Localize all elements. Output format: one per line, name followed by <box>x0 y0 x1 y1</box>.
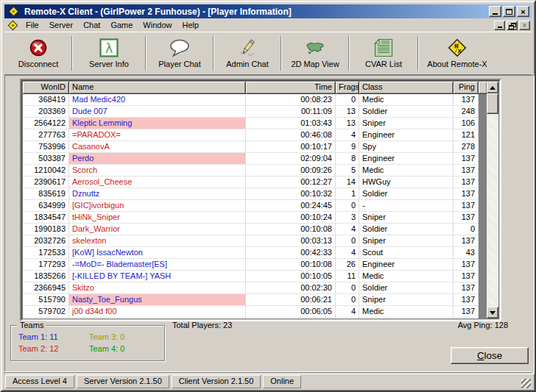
player-row[interactable]: 203369Dude 00700:11:0913Soldier248 <box>23 106 479 118</box>
cell-class: Engineer <box>359 153 454 165</box>
cell-ping: 137 <box>454 235 479 247</box>
disconnect-icon <box>28 38 49 57</box>
team-count-label-1: Team 1: 11 <box>18 332 89 341</box>
cell-wonid: 503387 <box>23 153 69 165</box>
cell-ping: 137 <box>454 259 479 271</box>
scrollbar-thumb[interactable] <box>487 93 498 114</box>
player-list-body: 368419Mad Medic42000:08:230Medic13720336… <box>23 94 487 318</box>
player-row[interactable]: 2366945Skitzo00:02:300Soldier137 <box>23 282 479 294</box>
cell-class: Soldier <box>359 282 454 294</box>
menu-item-server[interactable]: Server <box>44 19 78 32</box>
player-list: WonIDNameTimeFragsClassPing 368419Mad Me… <box>20 79 501 321</box>
cell-name: [GIC]ivorbigun <box>69 200 246 212</box>
cell-class: Soldier <box>359 224 454 235</box>
column-header-wonid[interactable]: WonID <box>23 82 69 94</box>
toolbar-button-cvar-list[interactable]: CVAR List <box>350 35 417 72</box>
mdi-restore-button[interactable] <box>507 21 518 30</box>
player-row[interactable]: 753996CasanovA00:10:179Spy278 <box>23 141 479 153</box>
player-row[interactable]: 177293-=MoD=- Blademaster[ES]00:10:0826E… <box>23 259 479 271</box>
cell-ping: 137 <box>454 271 479 282</box>
toolbar-separator <box>71 36 73 71</box>
cell-class: Sniper <box>359 235 454 247</box>
column-header-class[interactable]: Class <box>359 82 454 94</box>
player-row[interactable]: 1990183Dark_Warrior00:10:084Soldier0 <box>23 224 479 235</box>
menu-item-game[interactable]: Game <box>105 19 138 32</box>
cell-time: 00:03:13 <box>246 235 336 247</box>
cell-name: Scorch <box>69 165 246 177</box>
player-row[interactable]: 503387Perdo02:09:048Engineer137 <box>23 153 479 165</box>
toolbar-button-about-remote-x[interactable]: RXAbout Remote-X <box>420 35 495 72</box>
close-window-button[interactable]: × <box>517 6 529 17</box>
arrow-up-icon <box>490 86 496 90</box>
lambda-icon: λ <box>99 38 119 57</box>
menu-item-help[interactable]: Help <box>177 19 204 32</box>
toolbar-button-label: CVAR List <box>365 60 402 68</box>
column-header-frags[interactable]: Frags <box>336 82 359 94</box>
player-row[interactable]: 579702j00 d34d f0000:06:054Medic137 <box>23 306 479 318</box>
minimize-icon <box>493 13 498 15</box>
menu-item-file[interactable]: File <box>21 19 44 32</box>
player-row[interactable]: 1834547tHiNk_Sniper00:10:243Sniper137 <box>23 212 479 224</box>
cell-name: Nasty_Toe_Fungus <box>69 294 246 306</box>
player-row[interactable]: 277763=PARADOX=00:46:084Engineer121 <box>23 129 479 141</box>
toolbar-separator <box>417 36 419 71</box>
mdi-system-menu-icon[interactable] <box>7 20 18 31</box>
cell-class: Spy <box>359 141 454 153</box>
player-row[interactable]: 1835266[-KILLED BY TEAM-] YASH00:10:0511… <box>23 271 479 282</box>
cell-wonid: 835619 <box>23 188 69 200</box>
player-row[interactable]: 835619Dznuttz00:10:321Soldier137 <box>23 188 479 200</box>
resize-grip[interactable] <box>521 379 531 388</box>
player-row[interactable]: 2564122Kleptic Lemming01:03:4313Sniper10… <box>23 118 479 129</box>
toolbar-separator <box>348 36 350 71</box>
toolbar-separator <box>213 36 214 71</box>
toolbar-button-disconnect[interactable]: Disconnect <box>6 35 71 72</box>
cell-frags: 11 <box>336 271 359 282</box>
pencil-icon <box>237 38 258 57</box>
cell-frags: 9 <box>336 141 359 153</box>
mdi-minimize-button[interactable] <box>494 21 505 30</box>
column-header-time[interactable]: Time <box>246 82 336 94</box>
cell-frags: 1 <box>336 188 359 200</box>
player-row[interactable]: 2390617Aerosol_Cheese00:12:2714HWGuy137 <box>23 177 479 188</box>
cell-time: 01:03:43 <box>246 118 336 129</box>
player-row[interactable]: 172533[KoW] IssacNewton00:42:334Scout43 <box>23 247 479 259</box>
player-row[interactable]: 2032726skelexton00:03:130Sniper137 <box>23 235 479 247</box>
cell-time: 00:24:45 <box>246 200 336 212</box>
toolbar-button-2d-map-view[interactable]: 2D Map View <box>283 35 348 72</box>
team-count-label-3: Team 3: 0 <box>89 332 164 341</box>
column-header-name[interactable]: Name <box>69 82 246 94</box>
close-button[interactable]: Close <box>451 347 529 364</box>
column-header-ping[interactable]: Ping <box>454 82 479 94</box>
toolbar-separator <box>145 36 147 71</box>
cell-time: 00:06:21 <box>246 294 336 306</box>
menu-item-chat[interactable]: Chat <box>78 19 105 32</box>
toolbar-button-admin-chat[interactable]: Admin Chat <box>215 35 280 72</box>
cell-time: 00:10:05 <box>246 271 336 282</box>
cell-time: 00:11:09 <box>246 106 336 118</box>
cell-wonid: 1835266 <box>23 271 69 282</box>
teams-legend: Teams <box>17 321 46 329</box>
cell-frags: 5 <box>336 165 359 177</box>
scroll-down-button[interactable] <box>487 307 498 318</box>
cell-class <box>359 318 454 318</box>
scroll-up-button[interactable] <box>487 82 498 93</box>
cell-class: Soldier <box>359 106 454 118</box>
toolbar-button-label: 2D Map View <box>291 60 339 68</box>
cell-frags: 3 <box>336 212 359 224</box>
player-row[interactable]: 368419Mad Medic42000:08:230Medic137 <box>23 94 479 106</box>
cell-name <box>69 318 246 318</box>
player-row[interactable]: 634999[GIC]ivorbigun00:24:450-137 <box>23 200 479 212</box>
player-row[interactable]: 515790Nasty_Toe_Fungus00:06:210Sniper137 <box>23 294 479 306</box>
player-list-header: WonIDNameTimeFragsClassPing <box>23 82 487 94</box>
player-row[interactable] <box>23 318 479 318</box>
minimize-button[interactable] <box>489 6 501 17</box>
vertical-scrollbar[interactable] <box>487 82 498 318</box>
menu-item-window[interactable]: Window <box>138 19 177 32</box>
cell-name: Mad Medic420 <box>69 94 246 106</box>
toolbar-button-player-chat[interactable]: Player Chat <box>147 35 212 72</box>
maximize-button[interactable] <box>503 6 515 17</box>
teams-groupbox: Teams Team 1: 11Team 3: 0Team 2: 12Team … <box>10 325 165 361</box>
mdi-close-button[interactable]: × <box>519 21 530 30</box>
toolbar-button-server-info[interactable]: λServer Info <box>74 35 144 72</box>
player-row[interactable]: 1210042Scorch00:09:265Medic137 <box>23 165 479 177</box>
